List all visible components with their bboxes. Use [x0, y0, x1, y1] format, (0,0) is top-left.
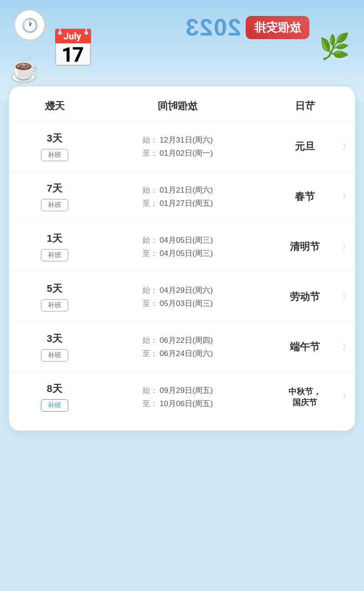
days-info: 3天 补班: [23, 132, 86, 161]
main-card: 节日 放假时间 天数 〈 元旦 始：12月31日(周六) 至：01月02日(周一…: [9, 87, 355, 431]
table-row: 〈 中秋节，国庆节 始：09月29日(周五) 至：10月06日(周五) 8天 补…: [9, 372, 355, 422]
holiday-name: 劳动节: [268, 290, 341, 304]
chevron-icon: 〈: [342, 291, 350, 302]
date-range: 始：04月29日(周六) 至：05月03日(周三): [86, 285, 268, 309]
holiday-name: 端午节: [268, 340, 341, 354]
table-row: 〈 端午节 始：06月22日(周四) 至：06月24日(周六) 3天 补班: [9, 322, 355, 372]
days-count: 1天: [47, 232, 62, 245]
days-badge: 补班: [41, 249, 68, 261]
table-row: 〈 劳动节 始：04月29日(周六) 至：05月03日(周三) 5天 补班: [9, 272, 355, 322]
col-days: 天数: [23, 99, 86, 113]
end-date: 至：10月06日(周五): [142, 398, 212, 409]
col-dates: 放假时间: [86, 99, 268, 113]
days-count: 5天: [47, 282, 62, 296]
end-date: 至：01月27日(周五): [142, 198, 212, 209]
days-badge: 补班: [41, 399, 68, 412]
days-count: 3天: [47, 132, 62, 145]
days-info: 5天 补班: [23, 282, 86, 311]
chevron-icon: 〈: [342, 392, 350, 402]
date-range: 始：06月22日(周四) 至：06月24日(周六): [86, 335, 268, 359]
chevron-icon: 〈: [342, 241, 350, 252]
days-badge: 补班: [41, 199, 68, 211]
date-range: 始：09月29日(周五) 至：10月06日(周五): [86, 385, 268, 409]
chevron-icon: 〈: [342, 191, 350, 202]
plant-decoration: 🌿: [319, 32, 350, 61]
holiday-name: 清明节: [268, 240, 341, 254]
days-info: 3天 补班: [23, 332, 86, 362]
end-date: 至：01月02日(周一): [142, 148, 212, 158]
end-date: 至：04月05日(周三): [142, 248, 212, 259]
start-date: 始：09月29日(周五): [142, 385, 212, 396]
end-date: 至：06月24日(周六): [142, 348, 212, 359]
start-date: 始：01月21日(周六): [142, 185, 212, 195]
cup-decoration: ☕: [9, 55, 40, 84]
card-inner: 节日 放假时间 天数 〈 元旦 始：12月31日(周六) 至：01月02日(周一…: [9, 87, 355, 422]
start-date: 始：06月22日(周四): [142, 335, 212, 346]
holiday-name: 元旦: [268, 140, 341, 153]
col-holiday: 节日: [268, 99, 341, 113]
header-subtitle: 放假安排: [246, 16, 309, 39]
holiday-name: 春节: [268, 190, 341, 204]
table-row: 〈 清明节 始：04月05日(周三) 至：04月05日(周三) 1天 补班: [9, 222, 355, 272]
date-range: 始：01月21日(周六) 至：01月27日(周五): [86, 185, 268, 209]
days-badge: 补班: [41, 299, 68, 311]
days-info: 7天 补班: [23, 182, 86, 211]
days-count: 8天: [47, 382, 62, 396]
calendar-decoration: 📅: [50, 27, 96, 70]
chevron-icon: 〈: [342, 341, 350, 352]
header-banner: 🕐 📅 ☕ 🌿 2023 放假安排: [0, 0, 364, 100]
date-range: 始：04月05日(周三) 至：04月05日(周三): [86, 235, 268, 259]
header-year: 2023: [185, 14, 241, 41]
table-row: 〈 元旦 始：12月31日(周六) 至：01月02日(周一) 3天 补班: [9, 122, 355, 172]
start-date: 始：04月05日(周三): [142, 235, 212, 245]
date-range: 始：12月31日(周六) 至：01月02日(周一): [86, 135, 268, 158]
start-date: 始：04月29日(周六): [142, 285, 212, 296]
holiday-name: 中秋节，国庆节: [268, 386, 341, 408]
header-title-block: 2023 放假安排: [185, 14, 309, 41]
days-badge: 补班: [41, 149, 68, 161]
days-count: 7天: [47, 182, 62, 195]
days-badge: 补班: [41, 349, 68, 362]
chevron-icon: 〈: [342, 141, 350, 152]
start-date: 始：12月31日(周六): [142, 135, 212, 145]
table-row: 〈 春节 始：01月21日(周六) 至：01月27日(周五) 7天 补班: [9, 172, 355, 222]
end-date: 至：05月03日(周三): [142, 298, 212, 309]
days-info: 8天 补班: [23, 382, 86, 412]
days-info: 1天 补班: [23, 232, 86, 261]
table-header: 节日 放假时间 天数: [9, 87, 355, 122]
days-count: 3天: [47, 332, 62, 346]
clock-decoration: 🕐: [14, 9, 46, 41]
